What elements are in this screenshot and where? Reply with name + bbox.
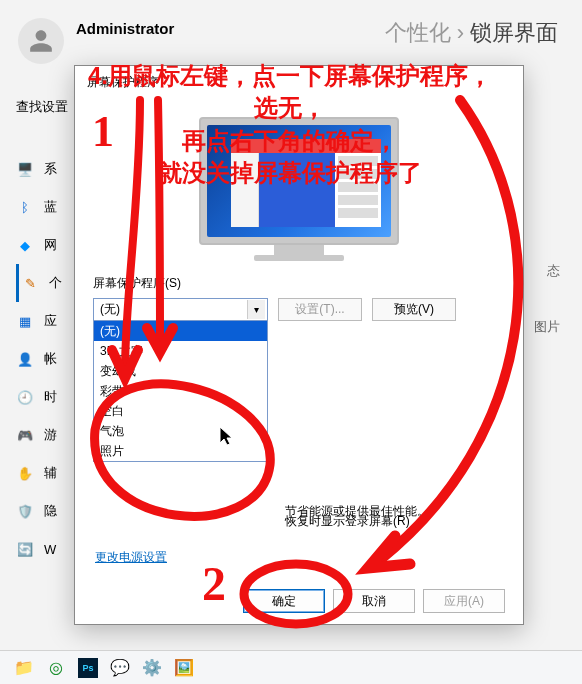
edge-icon[interactable]: ◎ (46, 658, 66, 678)
nav-apps[interactable]: ▦应 (16, 302, 62, 340)
capture-icon[interactable]: 🖼️ (174, 658, 194, 678)
screensaver-combo[interactable]: (无) ▾ (无) 3D 文字 变幻线 彩带 空白 气泡 照片 (93, 298, 268, 321)
nav-game[interactable]: 🎮游 (16, 416, 62, 454)
update-icon: 🔄 (16, 540, 34, 558)
dialog-title: 屏幕保护程序 (75, 66, 523, 95)
combo-selected: (无) (100, 302, 120, 316)
nav-update[interactable]: 🔄W (16, 530, 62, 568)
combo-option-none[interactable]: (无) (94, 321, 267, 341)
account-icon: 👤 (16, 350, 34, 368)
nav-privacy[interactable]: 🛡️隐 (16, 492, 62, 530)
breadcrumb: 个性化›锁屏界面 (385, 18, 558, 48)
nav-bluetooth[interactable]: ᛒ蓝 (16, 188, 62, 226)
nav-personalize[interactable]: ✎个 (16, 264, 62, 302)
combo-option-photos[interactable]: 照片 (94, 441, 267, 461)
preview-monitor (199, 117, 399, 261)
ok-button[interactable]: 确定 (243, 589, 325, 613)
settings-nav: 🖥️系 ᛒ蓝 ◆网 ✎个 ▦应 👤帐 🕘时 🎮游 ✋辅 🛡️隐 🔄W (16, 150, 62, 568)
screensaver-label: 屏幕保护程序(S) (93, 275, 505, 292)
preview-button[interactable]: 预览(V) (372, 298, 456, 321)
screensaver-dialog: 屏幕保护程序 屏幕保护程序(S) (无) ▾ (无) 3D 文字 变幻线 彩带 … (74, 65, 524, 625)
explorer-icon[interactable]: 📁 (14, 658, 34, 678)
time-icon: 🕘 (16, 388, 34, 406)
nav-account[interactable]: 👤帐 (16, 340, 62, 378)
wechat-icon[interactable]: 💬 (110, 658, 130, 678)
right-status: 态 (547, 262, 560, 280)
cursor-icon (220, 427, 236, 447)
privacy-icon: 🛡️ (16, 502, 34, 520)
combo-list: (无) 3D 文字 变幻线 彩带 空白 气泡 照片 (93, 321, 268, 462)
access-icon: ✋ (16, 464, 34, 482)
nav-time[interactable]: 🕘时 (16, 378, 62, 416)
nav-network[interactable]: ◆网 (16, 226, 62, 264)
nav-system[interactable]: 🖥️系 (16, 150, 62, 188)
monitor-icon: 🖥️ (16, 160, 34, 178)
cancel-button[interactable]: 取消 (333, 589, 415, 613)
combo-option-lines[interactable]: 变幻线 (94, 361, 267, 381)
admin-name: Administrator (76, 20, 174, 37)
taskbar[interactable]: 📁 ◎ Ps 💬 ⚙️ 🖼️ (0, 650, 582, 684)
power-link[interactable]: 更改电源设置 (95, 549, 167, 566)
avatar (18, 18, 64, 64)
wifi-icon: ◆ (16, 236, 34, 254)
apps-icon: ▦ (16, 312, 34, 330)
brush-icon: ✎ (21, 274, 39, 292)
chevron-down-icon[interactable]: ▾ (247, 300, 265, 319)
combo-option-ribbon[interactable]: 彩带 (94, 381, 267, 401)
apply-button[interactable]: 应用(A) (423, 589, 505, 613)
power-hint: 节省能源或提供最佳性能。 (285, 503, 429, 520)
settings-button[interactable]: 设置(T)... (278, 298, 362, 321)
bluetooth-icon: ᛒ (16, 198, 34, 216)
search-settings[interactable]: 查找设置 (16, 98, 68, 116)
gear-icon[interactable]: ⚙️ (142, 658, 162, 678)
combo-option-bubbles[interactable]: 气泡 (94, 421, 267, 441)
right-pic: 图片 (534, 318, 560, 336)
combo-option-3d[interactable]: 3D 文字 (94, 341, 267, 361)
combo-option-blank[interactable]: 空白 (94, 401, 267, 421)
photoshop-icon[interactable]: Ps (78, 658, 98, 678)
nav-accessibility[interactable]: ✋辅 (16, 454, 62, 492)
game-icon: 🎮 (16, 426, 34, 444)
